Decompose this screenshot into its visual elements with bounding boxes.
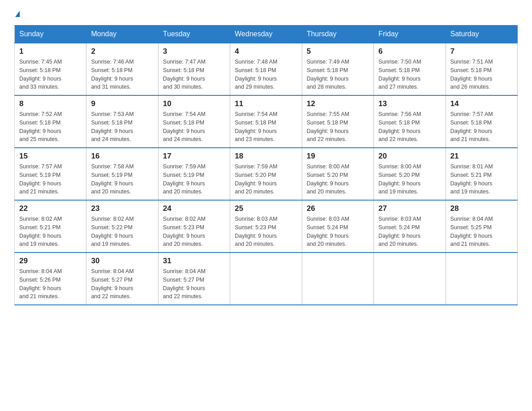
column-header-sunday: Sunday [15, 26, 86, 43]
calendar-cell: 19Sunrise: 8:00 AMSunset: 5:20 PMDayligh… [302, 148, 373, 200]
calendar-cell: 20Sunrise: 8:00 AMSunset: 5:20 PMDayligh… [374, 148, 446, 200]
calendar-cell: 5Sunrise: 7:49 AMSunset: 5:18 PMDaylight… [302, 43, 373, 95]
calendar-cell: 18Sunrise: 7:59 AMSunset: 5:20 PMDayligh… [230, 148, 302, 200]
day-info: Sunrise: 7:59 AMSunset: 5:20 PMDaylight:… [235, 163, 297, 196]
day-info: Sunrise: 7:45 AMSunset: 5:18 PMDaylight:… [19, 58, 82, 91]
calendar-cell: 3Sunrise: 7:47 AMSunset: 5:18 PMDaylight… [158, 43, 230, 95]
calendar-cell: 14Sunrise: 7:57 AMSunset: 5:18 PMDayligh… [446, 95, 517, 148]
day-info: Sunrise: 7:53 AMSunset: 5:18 PMDaylight:… [91, 110, 153, 144]
column-header-thursday: Thursday [302, 26, 373, 43]
calendar-cell: 13Sunrise: 7:56 AMSunset: 5:18 PMDayligh… [374, 95, 446, 148]
day-info: Sunrise: 7:56 AMSunset: 5:18 PMDaylight:… [378, 110, 441, 144]
calendar-cell: 25Sunrise: 8:03 AMSunset: 5:23 PMDayligh… [230, 200, 302, 253]
day-info: Sunrise: 7:54 AMSunset: 5:18 PMDaylight:… [235, 110, 297, 144]
calendar-cell: 26Sunrise: 8:03 AMSunset: 5:24 PMDayligh… [302, 200, 373, 253]
column-header-monday: Monday [86, 26, 158, 43]
day-number: 24 [163, 204, 225, 213]
day-info: Sunrise: 7:47 AMSunset: 5:18 PMDaylight:… [163, 58, 225, 91]
day-info: Sunrise: 7:59 AMSunset: 5:19 PMDaylight:… [163, 163, 225, 196]
day-info: Sunrise: 8:03 AMSunset: 5:24 PMDaylight:… [378, 215, 441, 248]
calendar-cell: 17Sunrise: 7:59 AMSunset: 5:19 PMDayligh… [158, 148, 230, 200]
calendar-cell: 15Sunrise: 7:57 AMSunset: 5:19 PMDayligh… [15, 148, 86, 200]
day-info: Sunrise: 7:46 AMSunset: 5:18 PMDaylight:… [91, 58, 153, 91]
day-number: 19 [307, 152, 369, 161]
day-number: 29 [19, 257, 82, 265]
calendar-week-row: 22Sunrise: 8:02 AMSunset: 5:21 PMDayligh… [15, 200, 518, 253]
day-number: 9 [91, 99, 153, 108]
column-header-friday: Friday [374, 26, 446, 43]
day-info: Sunrise: 8:04 AMSunset: 5:27 PMDaylight:… [91, 267, 153, 301]
day-number: 12 [307, 99, 369, 108]
day-number: 30 [91, 257, 153, 265]
calendar-cell: 28Sunrise: 8:04 AMSunset: 5:25 PMDayligh… [446, 200, 517, 253]
calendar-week-row: 29Sunrise: 8:04 AMSunset: 5:26 PMDayligh… [15, 253, 518, 305]
day-info: Sunrise: 8:03 AMSunset: 5:23 PMDaylight:… [235, 215, 297, 248]
calendar-cell: 9Sunrise: 7:53 AMSunset: 5:18 PMDaylight… [86, 95, 158, 148]
calendar-cell: 31Sunrise: 8:04 AMSunset: 5:27 PMDayligh… [158, 253, 230, 305]
day-number: 16 [91, 152, 153, 161]
calendar-cell: 8Sunrise: 7:52 AMSunset: 5:18 PMDaylight… [15, 95, 86, 148]
day-info: Sunrise: 7:54 AMSunset: 5:18 PMDaylight:… [163, 110, 225, 144]
calendar-cell: 30Sunrise: 8:04 AMSunset: 5:27 PMDayligh… [86, 253, 158, 305]
calendar-cell: 22Sunrise: 8:02 AMSunset: 5:21 PMDayligh… [15, 200, 86, 253]
day-number: 26 [307, 204, 369, 213]
calendar-cell: 29Sunrise: 8:04 AMSunset: 5:26 PMDayligh… [15, 253, 86, 305]
day-number: 8 [19, 99, 82, 108]
day-number: 2 [91, 47, 153, 56]
day-info: Sunrise: 7:52 AMSunset: 5:18 PMDaylight:… [19, 110, 82, 144]
day-number: 22 [19, 204, 82, 213]
calendar-cell: 21Sunrise: 8:01 AMSunset: 5:21 PMDayligh… [446, 148, 517, 200]
calendar-cell [374, 253, 446, 305]
day-info: Sunrise: 7:57 AMSunset: 5:19 PMDaylight:… [19, 163, 82, 196]
day-number: 21 [450, 152, 513, 161]
day-number: 7 [450, 47, 513, 56]
calendar-week-row: 8Sunrise: 7:52 AMSunset: 5:18 PMDaylight… [15, 95, 518, 148]
calendar-header-row: SundayMondayTuesdayWednesdayThursdayFrid… [15, 26, 518, 43]
calendar-cell [230, 253, 302, 305]
day-info: Sunrise: 7:50 AMSunset: 5:18 PMDaylight:… [378, 58, 441, 91]
day-number: 14 [450, 99, 513, 108]
column-header-saturday: Saturday [446, 26, 517, 43]
day-info: Sunrise: 8:00 AMSunset: 5:20 PMDaylight:… [307, 163, 369, 196]
day-info: Sunrise: 7:49 AMSunset: 5:18 PMDaylight:… [307, 58, 369, 91]
day-number: 17 [163, 152, 225, 161]
day-info: Sunrise: 8:02 AMSunset: 5:21 PMDaylight:… [19, 215, 82, 248]
logo-triangle-icon [15, 11, 20, 17]
day-number: 28 [450, 204, 513, 213]
day-info: Sunrise: 8:03 AMSunset: 5:24 PMDaylight:… [307, 215, 369, 248]
day-number: 4 [235, 47, 297, 56]
calendar-cell: 12Sunrise: 7:55 AMSunset: 5:18 PMDayligh… [302, 95, 373, 148]
header [14, 11, 518, 17]
day-number: 6 [378, 47, 441, 56]
column-header-wednesday: Wednesday [230, 26, 302, 43]
calendar-cell: 11Sunrise: 7:54 AMSunset: 5:18 PMDayligh… [230, 95, 302, 148]
day-number: 23 [91, 204, 153, 213]
day-number: 3 [163, 47, 225, 56]
day-number: 10 [163, 99, 225, 108]
day-info: Sunrise: 7:57 AMSunset: 5:18 PMDaylight:… [450, 110, 513, 144]
day-info: Sunrise: 7:55 AMSunset: 5:18 PMDaylight:… [307, 110, 369, 144]
day-info: Sunrise: 7:51 AMSunset: 5:18 PMDaylight:… [450, 58, 513, 91]
calendar-cell: 16Sunrise: 7:58 AMSunset: 5:19 PMDayligh… [86, 148, 158, 200]
day-number: 25 [235, 204, 297, 213]
day-info: Sunrise: 8:00 AMSunset: 5:20 PMDaylight:… [378, 163, 441, 196]
day-number: 18 [235, 152, 297, 161]
day-info: Sunrise: 8:02 AMSunset: 5:22 PMDaylight:… [91, 215, 153, 248]
calendar-cell: 27Sunrise: 8:03 AMSunset: 5:24 PMDayligh… [374, 200, 446, 253]
day-number: 31 [163, 257, 225, 265]
calendar-cell: 6Sunrise: 7:50 AMSunset: 5:18 PMDaylight… [374, 43, 446, 95]
calendar-cell [446, 253, 517, 305]
column-header-tuesday: Tuesday [158, 26, 230, 43]
day-info: Sunrise: 8:04 AMSunset: 5:26 PMDaylight:… [19, 267, 82, 301]
day-number: 20 [378, 152, 441, 161]
calendar-cell: 23Sunrise: 8:02 AMSunset: 5:22 PMDayligh… [86, 200, 158, 253]
calendar-table: SundayMondayTuesdayWednesdayThursdayFrid… [14, 25, 518, 305]
calendar-cell: 10Sunrise: 7:54 AMSunset: 5:18 PMDayligh… [158, 95, 230, 148]
day-number: 11 [235, 99, 297, 108]
calendar-week-row: 1Sunrise: 7:45 AMSunset: 5:18 PMDaylight… [15, 43, 518, 95]
day-number: 1 [19, 47, 82, 56]
day-info: Sunrise: 8:02 AMSunset: 5:23 PMDaylight:… [163, 215, 225, 248]
calendar-week-row: 15Sunrise: 7:57 AMSunset: 5:19 PMDayligh… [15, 148, 518, 200]
day-info: Sunrise: 8:01 AMSunset: 5:21 PMDaylight:… [450, 163, 513, 196]
calendar-cell: 4Sunrise: 7:48 AMSunset: 5:18 PMDaylight… [230, 43, 302, 95]
